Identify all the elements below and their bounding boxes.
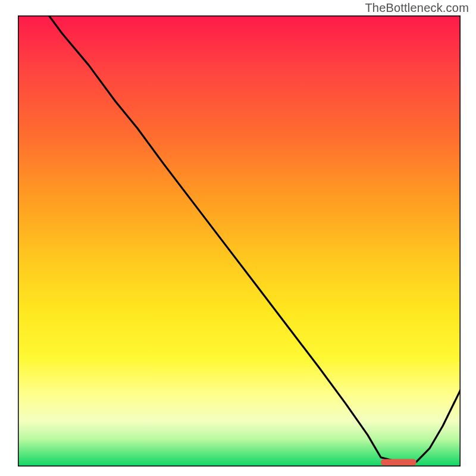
optimum-marker bbox=[381, 459, 416, 465]
attribution-text: TheBottleneck.com bbox=[365, 1, 469, 15]
chart-container: TheBottleneck.com bbox=[0, 0, 476, 476]
gradient-background bbox=[18, 15, 461, 466]
bottleneck-chart bbox=[18, 15, 461, 466]
